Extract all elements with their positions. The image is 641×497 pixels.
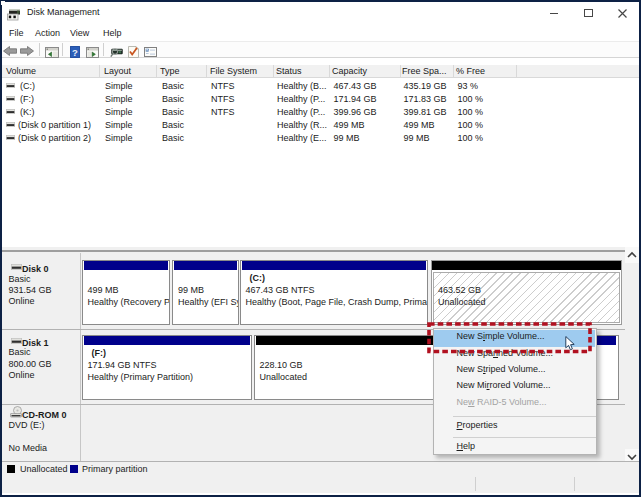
svg-text:?: ? bbox=[72, 46, 78, 57]
